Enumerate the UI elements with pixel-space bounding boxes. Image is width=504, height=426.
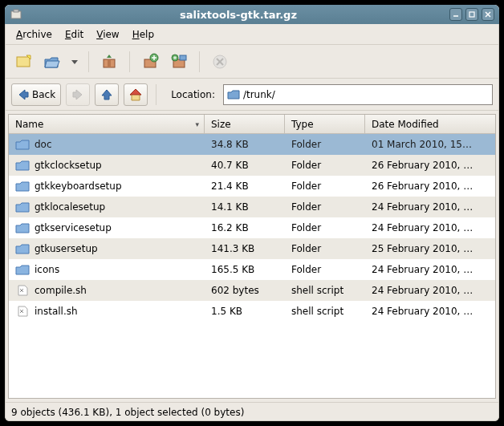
column-name[interactable]: Name (9, 115, 205, 133)
table-row[interactable]: compile.sh602 bytesshell script24 Februa… (9, 280, 495, 301)
add-files-button[interactable] (138, 50, 162, 74)
svg-marker-25 (73, 90, 82, 99)
file-type-cell: Folder (285, 201, 365, 213)
file-name-cell: gtkusersetup (9, 243, 205, 254)
open-archive-button[interactable] (40, 50, 64, 74)
file-size-cell: 602 bytes (205, 285, 285, 296)
file-size-cell: 1.5 KB (205, 306, 285, 317)
table-row[interactable]: doc34.8 KBFolder01 March 2010, 15… (9, 134, 495, 155)
file-type-cell: Folder (285, 160, 365, 171)
svg-rect-17 (180, 55, 186, 60)
file-pane: Name Size Type Date Modified doc34.8 KBF… (8, 114, 496, 399)
table-row[interactable]: gtkservicesetup16.2 KBFolder24 February … (9, 217, 495, 238)
file-size-cell: 165.5 KB (205, 264, 285, 275)
file-list[interactable]: doc34.8 KBFolder01 March 2010, 15…gtkclo… (9, 134, 495, 398)
file-date-cell: 24 February 2010, … (365, 306, 495, 317)
file-type-cell: Folder (285, 222, 365, 233)
file-date-cell: 24 February 2010, … (365, 264, 495, 275)
close-button[interactable] (482, 8, 494, 21)
file-name-cell: gtkservicesetup (9, 222, 205, 233)
menu-help[interactable]: Help (128, 26, 159, 43)
file-date-cell: 24 February 2010, … (365, 201, 495, 213)
column-date[interactable]: Date Modified (365, 115, 495, 133)
forward-icon (71, 88, 84, 101)
navbar: Back Location: (5, 79, 499, 111)
svg-rect-6 (17, 57, 30, 67)
menubar: Archive Edit View Help (5, 24, 499, 45)
file-type-cell: Folder (285, 264, 365, 275)
svg-marker-29 (18, 286, 27, 295)
file-size-cell: 16.2 KB (205, 222, 285, 233)
statusbar: 9 objects (436.1 KB), 1 object selected … (5, 402, 499, 421)
svg-rect-10 (108, 59, 111, 67)
file-size-cell: 14.1 KB (205, 201, 285, 213)
svg-marker-11 (107, 55, 112, 58)
toolbar-separator (129, 51, 130, 72)
file-size-cell: 21.4 KB (205, 181, 285, 192)
extract-button[interactable] (97, 50, 121, 74)
location-label: Location: (171, 89, 215, 100)
file-date-cell: 01 March 2010, 15… (365, 139, 495, 150)
window-title: salixtools-gtk.tar.gz (27, 9, 449, 21)
toolbar-separator (199, 51, 200, 72)
file-date-cell: 24 February 2010, … (365, 222, 495, 233)
file-size-cell: 141.3 KB (205, 243, 285, 254)
menu-view[interactable]: View (91, 26, 124, 43)
column-type[interactable]: Type (285, 115, 365, 133)
file-type-cell: Folder (285, 181, 365, 192)
up-icon (100, 88, 113, 101)
location-input[interactable] (243, 89, 489, 100)
file-size-cell: 40.7 KB (205, 160, 285, 171)
table-row[interactable]: gtklocalesetup14.1 KBFolder24 February 2… (9, 197, 495, 217)
svg-marker-31 (18, 306, 27, 316)
toolbar (5, 45, 499, 79)
file-type-cell: Folder (285, 243, 365, 254)
file-type-cell: shell script (285, 306, 365, 317)
menu-archive[interactable]: Archive (11, 26, 57, 43)
forward-button (66, 83, 90, 106)
file-date-cell: 24 February 2010, … (365, 285, 495, 296)
stop-button[interactable] (208, 50, 232, 74)
svg-marker-28 (130, 89, 141, 95)
file-name-cell: compile.sh (9, 285, 205, 296)
file-name-cell: gtklocalesetup (9, 201, 205, 213)
new-archive-button[interactable] (11, 50, 35, 74)
maximize-button[interactable] (465, 8, 478, 21)
table-row[interactable]: icons165.5 KBFolder24 February 2010, … (9, 259, 495, 280)
file-type-cell: shell script (285, 285, 365, 296)
file-date-cell: 25 February 2010, … (365, 243, 495, 254)
file-name-cell: gtkclocksetup (9, 160, 205, 171)
file-name-cell: install.sh (9, 306, 205, 317)
svg-marker-8 (71, 60, 78, 64)
file-name-cell: doc (9, 139, 205, 150)
back-button[interactable]: Back (11, 83, 61, 106)
open-recent-button[interactable] (69, 50, 80, 74)
back-label: Back (32, 89, 55, 100)
menu-edit[interactable]: Edit (60, 26, 88, 43)
table-row[interactable]: gtkclocksetup40.7 KBFolder26 February 20… (9, 155, 495, 176)
minimize-button[interactable] (449, 8, 462, 21)
folder-icon (227, 89, 240, 100)
home-icon (128, 87, 143, 102)
file-name-cell: gtkkeyboardsetup (9, 181, 205, 192)
file-type-cell: Folder (285, 139, 365, 150)
file-date-cell: 26 February 2010, … (365, 160, 495, 171)
location-entry[interactable] (223, 84, 493, 105)
up-button[interactable] (95, 83, 119, 106)
titlebar[interactable]: salixtools-gtk.tar.gz (5, 5, 499, 24)
home-button[interactable] (124, 83, 148, 106)
table-row[interactable]: gtkkeyboardsetup21.4 KBFolder26 February… (9, 176, 495, 197)
file-date-cell: 26 February 2010, … (365, 181, 495, 192)
svg-rect-3 (469, 12, 474, 17)
column-size[interactable]: Size (205, 115, 285, 133)
app-icon (10, 8, 22, 21)
status-text: 9 objects (436.1 KB), 1 object selected … (11, 407, 244, 418)
nav-separator (156, 84, 156, 105)
toolbar-separator (88, 51, 89, 72)
table-row[interactable]: install.sh1.5 KBshell script24 February … (9, 301, 495, 322)
svg-marker-24 (19, 90, 28, 99)
file-size-cell: 34.8 KB (205, 139, 285, 150)
column-headers: Name Size Type Date Modified (9, 115, 495, 134)
add-folder-button[interactable] (167, 50, 191, 74)
table-row[interactable]: gtkusersetup141.3 KBFolder25 February 20… (9, 238, 495, 259)
